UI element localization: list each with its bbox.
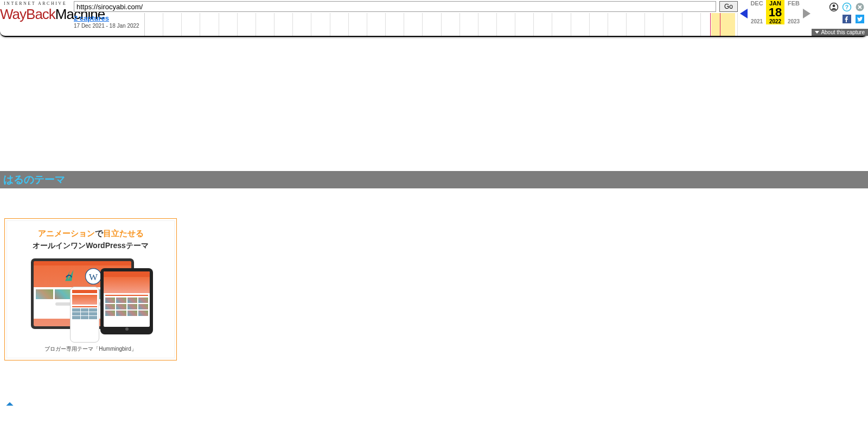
ad-footer-text: ブロガー専用テーマ「Hummingbird」 (44, 345, 136, 353)
about-capture-toggle[interactable]: About this capture (812, 29, 868, 36)
ad-headline-2: オールインワンWordPressテーマ (33, 241, 149, 251)
help-icon[interactable]: ? (842, 2, 852, 12)
scroll-to-top-button[interactable] (4, 398, 15, 409)
next-year-label: 2023 (784, 18, 803, 24)
next-month-label: FEB (784, 0, 803, 7)
twitter-icon[interactable] (855, 14, 865, 24)
prev-month[interactable]: DEC 2021 (748, 0, 766, 24)
prev-capture-arrow-icon[interactable] (740, 9, 748, 18)
go-button[interactable]: Go (719, 1, 738, 12)
captures-link[interactable]: 2 captures (74, 14, 109, 22)
logo-top-text: INTERNET ARCHIVE (0, 1, 71, 6)
facebook-icon[interactable] (842, 14, 852, 24)
ad-banner[interactable]: アニメーションで目立たせる オールインワンWordPressテーマ W (4, 218, 177, 360)
current-month[interactable]: JAN 18 2022 (766, 0, 784, 24)
svg-point-1 (833, 4, 835, 7)
user-icon[interactable] (829, 2, 839, 12)
logo-wayback-text: WayBack (0, 6, 55, 22)
svg-text:?: ? (845, 4, 848, 10)
ad-headline-1: アニメーションで目立たせる (38, 229, 144, 239)
current-day: 18 (766, 7, 784, 18)
close-icon[interactable] (855, 2, 865, 12)
section-heading: はるのテーマ (0, 171, 868, 188)
about-capture-label: About this capture (821, 29, 865, 35)
dropdown-triangle-icon (815, 31, 819, 34)
logo-main: WayBackMachine (0, 6, 71, 23)
current-year-label: 2022 (766, 18, 784, 24)
wayback-toolbar: INTERNET ARCHIVE WayBackMachine Go 2 cap… (0, 0, 868, 37)
date-range: 17 Dec 2021 - 18 Jan 2022 (74, 23, 144, 29)
calendar-nav: DEC 2021 JAN 18 2022 FEB 2023 (740, 0, 810, 36)
sparkline-timeline[interactable] (144, 13, 738, 36)
next-month: FEB 2023 (784, 0, 803, 24)
next-capture-arrow-icon (803, 9, 810, 18)
prev-month-label: DEC (748, 0, 766, 7)
ad-devices-illustration: W (31, 258, 150, 340)
prev-year-label: 2021 (748, 18, 766, 24)
svg-text:W: W (89, 272, 98, 282)
url-input[interactable] (74, 1, 716, 12)
wayback-logo[interactable]: INTERNET ARCHIVE WayBackMachine (0, 0, 71, 36)
